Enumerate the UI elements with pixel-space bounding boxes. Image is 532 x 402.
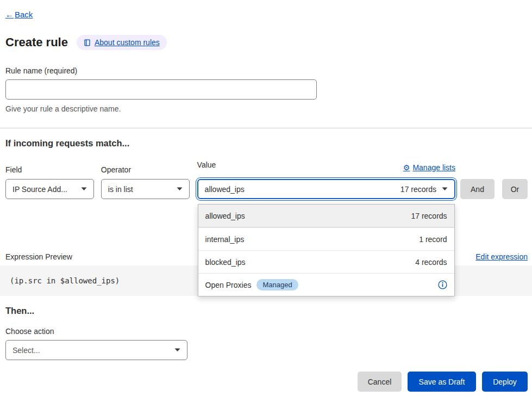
deploy-button[interactable]: Deploy bbox=[482, 372, 528, 392]
and-or-buttons: And Or bbox=[460, 179, 528, 199]
list-option-internal-ips[interactable]: internal_ips 1 record bbox=[198, 227, 454, 250]
back-arrow-icon: ← bbox=[5, 10, 14, 19]
list-option-record-count: 1 record bbox=[419, 235, 447, 244]
footer-actions: Cancel Save as Draft Deploy bbox=[5, 372, 528, 401]
choose-action-label: Choose action bbox=[5, 327, 528, 336]
about-pill-label: About custom rules bbox=[95, 38, 160, 47]
then-section-heading: Then... bbox=[5, 306, 528, 316]
list-option-name: blocked_ips bbox=[205, 258, 246, 267]
list-option-name: allowed_ips bbox=[205, 212, 245, 220]
operator-column: Operator is in list bbox=[101, 165, 190, 199]
operator-select-value: is in list bbox=[108, 185, 171, 194]
list-option-record-count: 17 records bbox=[411, 212, 447, 220]
choose-action-placeholder: Select... bbox=[12, 346, 169, 355]
manage-lists-label: Manage lists bbox=[412, 163, 455, 172]
field-label: Field bbox=[5, 165, 94, 174]
chevron-down-icon bbox=[81, 187, 87, 191]
list-option-record-count: 4 records bbox=[415, 258, 447, 267]
save-as-draft-button[interactable]: Save as Draft bbox=[408, 372, 476, 392]
and-button[interactable]: And bbox=[460, 179, 495, 199]
match-builder-row: Field IP Source Add... Operator is in li… bbox=[5, 160, 528, 199]
list-option-name: Open Proxies bbox=[205, 281, 252, 289]
rule-name-label: Rule name (required) bbox=[5, 66, 528, 75]
section-divider bbox=[0, 128, 532, 128]
manage-lists-link[interactable]: ⚙Manage lists bbox=[403, 163, 455, 172]
match-section-heading: If incoming requests match... bbox=[5, 138, 528, 149]
or-button[interactable]: Or bbox=[502, 179, 528, 199]
value-select-dropdown: allowed_ips 17 records internal_ips 1 re… bbox=[198, 204, 455, 296]
list-option-blocked-ips[interactable]: blocked_ips 4 records bbox=[198, 250, 454, 273]
chevron-down-icon bbox=[174, 348, 180, 352]
rule-name-help-text: Give your rule a descriptive name. bbox=[5, 104, 528, 113]
title-row: Create rule About custom rules bbox=[5, 35, 528, 50]
chevron-down-icon bbox=[177, 187, 183, 191]
field-select-value: IP Source Add... bbox=[12, 185, 76, 194]
value-select[interactable]: allowed_ips 17 records bbox=[197, 179, 455, 199]
value-label-row: Value ⚙Manage lists bbox=[197, 160, 455, 174]
rule-name-input[interactable] bbox=[5, 79, 317, 100]
list-option-open-proxies[interactable]: Open Proxies Managed bbox=[198, 273, 454, 296]
back-link-label: Back bbox=[15, 10, 33, 19]
value-column: Value ⚙Manage lists allowed_ips 17 recor… bbox=[197, 160, 455, 199]
value-select-record-count: 17 records bbox=[400, 185, 436, 194]
chevron-down-icon bbox=[442, 187, 448, 191]
list-option-name-wrap: Open Proxies Managed bbox=[205, 279, 298, 290]
managed-badge: Managed bbox=[256, 279, 298, 290]
back-link[interactable]: ←Back bbox=[5, 10, 33, 19]
gear-icon: ⚙ bbox=[403, 163, 410, 172]
choose-action-select[interactable]: Select... bbox=[5, 340, 187, 360]
operator-label: Operator bbox=[101, 165, 190, 174]
book-icon bbox=[84, 39, 91, 46]
cancel-button[interactable]: Cancel bbox=[358, 372, 402, 392]
field-select[interactable]: IP Source Add... bbox=[5, 179, 94, 199]
value-label: Value bbox=[197, 160, 216, 169]
edit-expression-link[interactable]: Edit expression bbox=[475, 252, 528, 261]
expression-preview-label: Expression Preview bbox=[5, 252, 72, 261]
page-title: Create rule bbox=[5, 35, 68, 50]
info-icon[interactable] bbox=[438, 280, 447, 289]
rule-name-group: Rule name (required) Give your rule a de… bbox=[5, 66, 528, 113]
value-select-name: allowed_ips bbox=[205, 185, 394, 194]
field-column: Field IP Source Add... bbox=[5, 165, 94, 199]
list-option-allowed-ips[interactable]: allowed_ips 17 records bbox=[198, 205, 454, 227]
about-custom-rules-link[interactable]: About custom rules bbox=[77, 35, 167, 50]
list-option-name: internal_ips bbox=[205, 235, 245, 244]
create-rule-page: ←Back Create rule About custom rules Rul… bbox=[0, 0, 532, 401]
operator-select[interactable]: is in list bbox=[101, 179, 190, 199]
